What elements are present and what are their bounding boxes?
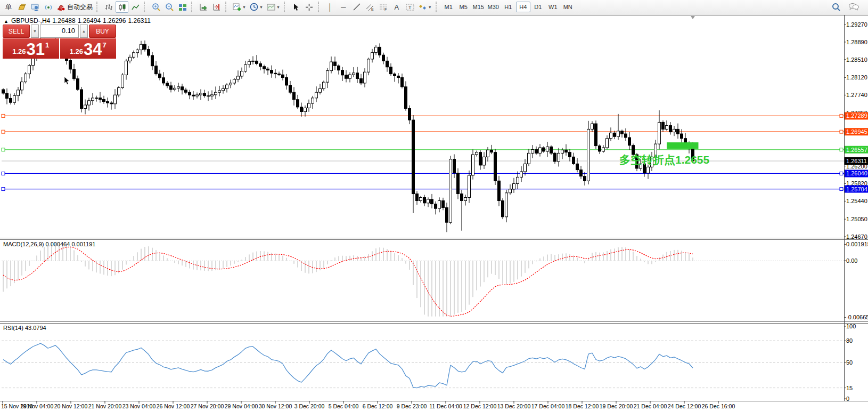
svg-text:1.24670: 1.24670: [846, 233, 867, 240]
svg-text:1.27740: 1.27740: [846, 92, 867, 98]
macd-indicator-label: MACD(12,26,9) 0.000464 0.001191: [3, 241, 95, 247]
svg-text:100: 100: [846, 323, 856, 329]
svg-text:30 Nov 12:00: 30 Nov 12:00: [259, 403, 292, 409]
svg-text:1.25704: 1.25704: [846, 186, 867, 192]
svg-text:3 Dec 20:00: 3 Dec 20:00: [294, 403, 325, 409]
svg-text:19 Nov 04:00: 19 Nov 04:00: [20, 403, 54, 409]
svg-text:5 Dec 04:00: 5 Dec 04:00: [329, 403, 359, 409]
lot-increase-button[interactable]: ▲: [80, 25, 88, 38]
svg-text:6 Dec 12:00: 6 Dec 12:00: [363, 403, 393, 409]
one-click-trading-panel: SELL ▼ 0.10 ▲ BUY 1.26311 1.26347: [3, 25, 116, 59]
chart-annotation-text: 多空转折点1.2655: [619, 152, 709, 167]
svg-text:1.27289: 1.27289: [846, 112, 867, 119]
svg-text:27 Nov 20:00: 27 Nov 20:00: [191, 403, 224, 409]
svg-text:17 Dec 04:00: 17 Dec 04:00: [531, 403, 565, 409]
buy-price-big: 34: [84, 42, 102, 58]
svg-text:26 Nov 12:00: 26 Nov 12:00: [157, 403, 190, 409]
svg-text:1.26557: 1.26557: [846, 147, 867, 153]
svg-text:80: 80: [846, 337, 853, 344]
svg-text:1.28510: 1.28510: [846, 57, 867, 63]
svg-text:21 Nov 20:00: 21 Nov 20:00: [88, 403, 122, 409]
ohlc-open: 1.26488: [52, 17, 75, 25]
sell-button[interactable]: SELL: [3, 25, 30, 38]
sell-price-pip: 1: [45, 41, 49, 49]
svg-text:12 Dec 12:00: 12 Dec 12:00: [463, 403, 497, 409]
svg-text:23 Nov 04:00: 23 Nov 04:00: [122, 403, 156, 409]
collapse-one-click-toggle[interactable]: ▲: [4, 19, 9, 24]
svg-text:0: 0: [846, 396, 849, 402]
svg-text:1.26040: 1.26040: [846, 170, 867, 176]
svg-text:18 Dec 12:00: 18 Dec 12:00: [566, 403, 599, 409]
mt4-window: { "toolbar": { "new_order_label": "单", "…: [0, 0, 868, 411]
svg-text:50: 50: [846, 359, 853, 366]
sell-price-display[interactable]: 1.26311: [3, 38, 60, 59]
svg-text:0.001915: 0.001915: [846, 241, 868, 247]
buy-price-pip: 7: [103, 41, 107, 49]
svg-text:19 Dec 20:00: 19 Dec 20:00: [600, 403, 633, 409]
ohlc-close: 1.26311: [128, 17, 151, 25]
svg-text:24 Dec 12:00: 24 Dec 12:00: [668, 403, 701, 409]
buy-price-prefix: 1.26: [70, 47, 83, 55]
svg-text:26 Dec 16:00: 26 Dec 16:00: [702, 403, 735, 409]
svg-text:1.25440: 1.25440: [846, 198, 867, 204]
svg-text:0.00: 0.00: [846, 257, 857, 264]
sell-price-prefix: 1.26: [12, 47, 26, 55]
symbol-period-label: GBPUSD-,H4: [11, 17, 50, 25]
mouse-cursor: [64, 77, 70, 85]
ohlc-high: 1.26494: [78, 17, 101, 25]
svg-text:29 Nov 04:00: 29 Nov 04:00: [225, 403, 258, 409]
svg-text:1.28120: 1.28120: [846, 74, 867, 80]
svg-text:20 Nov 12:00: 20 Nov 12:00: [54, 403, 88, 409]
chart-canvas[interactable]: 1.292701.288901.285101.281201.277401.273…: [0, 0, 868, 411]
buy-price-display[interactable]: 1.26347: [60, 38, 117, 59]
svg-text:11 Dec 04:00: 11 Dec 04:00: [429, 403, 462, 409]
svg-text:21 Dec 04:00: 21 Dec 04:00: [634, 403, 667, 409]
svg-text:1.25050: 1.25050: [846, 216, 867, 222]
svg-text:-0.006659: -0.006659: [846, 314, 868, 320]
ohlc-low: 1.26296: [103, 17, 126, 25]
lot-decrease-button[interactable]: ▼: [31, 25, 39, 38]
highlight-box[interactable]: [667, 142, 699, 149]
lot-size-input[interactable]: 0.10: [40, 25, 79, 38]
buy-button[interactable]: BUY: [89, 25, 116, 38]
svg-text:1.26311: 1.26311: [846, 158, 867, 164]
svg-text:1.29270: 1.29270: [846, 21, 867, 28]
svg-text:1.26945: 1.26945: [846, 128, 867, 135]
svg-text:15: 15: [846, 385, 853, 391]
svg-text:13 Dec 20:00: 13 Dec 20:00: [497, 403, 531, 409]
svg-text:9 Dec 23:00: 9 Dec 23:00: [397, 403, 427, 409]
svg-text:1.28890: 1.28890: [846, 39, 867, 45]
sell-price-big: 31: [27, 42, 45, 58]
rsi-indicator-label: RSI(14) 43.0794: [3, 325, 46, 331]
ohlc-title: ▲GBPUSD-,H41.264881.264941.262961.26311: [4, 17, 153, 25]
